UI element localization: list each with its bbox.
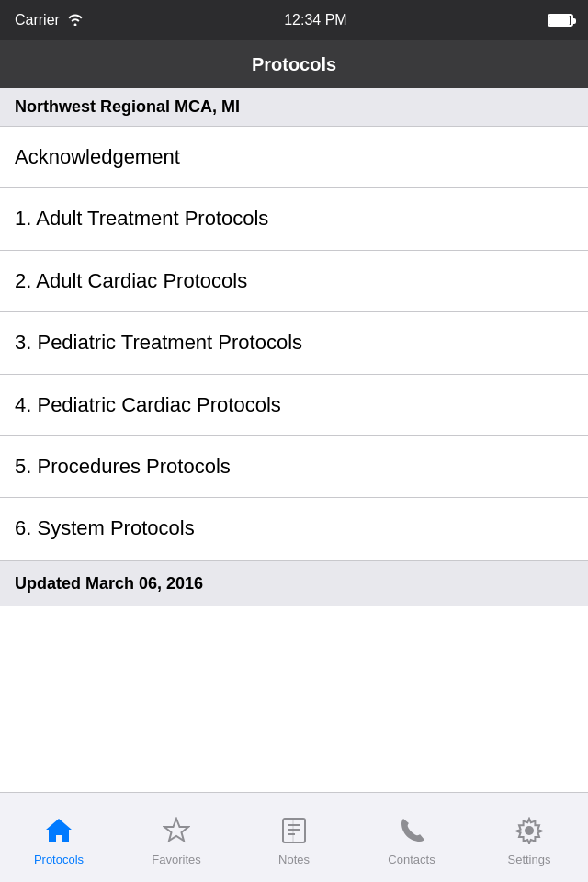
list-item-pediatric-cardiac[interactable]: 4. Pediatric Cardiac Protocols: [0, 375, 588, 436]
gear-icon: [515, 817, 543, 849]
list-item-adult-cardiac[interactable]: 2. Adult Cardiac Protocols: [0, 251, 588, 312]
footer-section: Updated March 06, 2016: [0, 560, 588, 606]
list-item-procedures[interactable]: 5. Procedures Protocols: [0, 436, 588, 498]
main-content: Northwest Regional MCA, MI Acknowledgeme…: [0, 88, 588, 792]
phone-icon: [399, 817, 424, 849]
wifi-icon: [67, 13, 84, 28]
tab-notes[interactable]: Notes: [235, 809, 353, 866]
list-item-text: 2. Adult Cardiac Protocols: [15, 269, 247, 293]
footer-text: Updated March 06, 2016: [15, 574, 203, 593]
protocol-list: Acknowledgement 1. Adult Treatment Proto…: [0, 127, 588, 560]
tab-favorites-label: Favorites: [152, 853, 200, 866]
list-item-text: 1. Adult Treatment Protocols: [15, 207, 268, 231]
star-icon: [163, 817, 190, 849]
tab-protocols[interactable]: Protocols: [0, 809, 118, 866]
tab-contacts[interactable]: Contacts: [353, 809, 470, 866]
list-item-text: 5. Procedures Protocols: [15, 455, 231, 479]
tab-contacts-label: Contacts: [388, 853, 435, 866]
tab-favorites[interactable]: Favorites: [118, 809, 235, 866]
battery-icon: [548, 14, 573, 27]
carrier-label: Carrier: [15, 12, 60, 28]
status-bar: Carrier 12:34 PM: [0, 0, 588, 40]
tab-protocols-label: Protocols: [34, 853, 84, 866]
list-item-pediatric-treatment[interactable]: 3. Pediatric Treatment Protocols: [0, 312, 588, 374]
list-item-system[interactable]: 6. System Protocols: [0, 498, 588, 560]
list-item-acknowledgement[interactable]: Acknowledgement: [0, 127, 588, 188]
nav-bar: Protocols: [0, 40, 588, 88]
list-item-text: 4. Pediatric Cardiac Protocols: [15, 393, 281, 417]
tab-bar: Protocols Favorites Notes: [0, 792, 588, 882]
home-icon: [44, 817, 74, 849]
time-label: 12:34 PM: [284, 12, 346, 28]
list-item-text: 3. Pediatric Treatment Protocols: [15, 331, 302, 355]
status-left: Carrier: [15, 12, 84, 28]
tab-notes-label: Notes: [278, 853, 310, 866]
tab-settings[interactable]: Settings: [470, 809, 588, 866]
tab-settings-label: Settings: [508, 853, 551, 866]
nav-title: Protocols: [252, 54, 336, 75]
svg-marker-0: [164, 819, 188, 841]
section-header-text: Northwest Regional MCA, MI: [15, 97, 240, 116]
section-header: Northwest Regional MCA, MI: [0, 88, 588, 127]
notes-icon: [280, 817, 308, 849]
list-item-text: Acknowledgement: [15, 145, 180, 169]
list-item-text: 6. System Protocols: [15, 516, 195, 540]
list-item-adult-treatment[interactable]: 1. Adult Treatment Protocols: [0, 188, 588, 250]
